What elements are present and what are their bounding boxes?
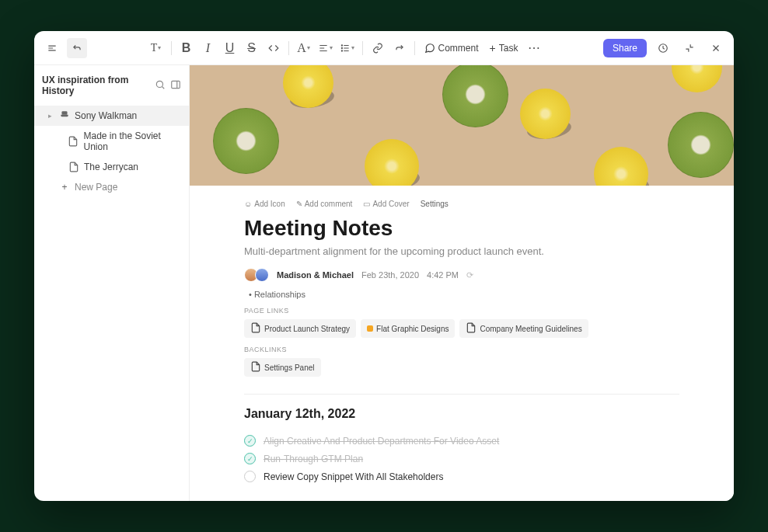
svg-point-10: [341, 47, 342, 48]
doc-time: 4:42 PM: [427, 270, 459, 280]
app-window: T▾ B I U S A▾ ▾ ▾ Comment +Task ⋯ Share: [34, 31, 734, 501]
page-links-chips: Product Launch StrategyFlat Graphic Desi…: [244, 319, 679, 338]
sidebar-item-label: Sony Walkman: [75, 110, 137, 121]
link-chip[interactable]: Product Launch Strategy: [244, 319, 356, 338]
menu-icon[interactable]: [42, 38, 62, 58]
task-item[interactable]: ✓Run-Through GTM Plan: [244, 450, 679, 468]
backlinks-chips: Settings Panel: [244, 358, 679, 377]
search-icon[interactable]: [155, 79, 166, 92]
comment-button[interactable]: Comment: [420, 40, 483, 57]
panel-icon[interactable]: [170, 79, 181, 92]
back-icon[interactable]: [67, 38, 87, 58]
list-button[interactable]: ▾: [337, 38, 358, 58]
sidebar-title: UX inspiration from History: [42, 75, 155, 96]
link-chip[interactable]: Company Meeting Guidelines: [459, 319, 588, 338]
color-swatch-icon: [367, 325, 373, 332]
task-item[interactable]: Review Copy Snippet With All Stakeholder…: [244, 468, 679, 485]
relationships-row[interactable]: • Relationships: [244, 290, 679, 299]
sidebar: UX inspiration from History ▸Sony Walkma…: [34, 65, 190, 501]
page-icon: [59, 110, 70, 121]
backlinks-label: BACKLINKS: [244, 346, 679, 353]
svg-rect-19: [62, 111, 68, 115]
add-icon-button[interactable]: ☺ Add Icon: [244, 200, 285, 208]
sidebar-item[interactable]: ▸Sony Walkman: [34, 106, 189, 126]
task-text: Run-Through GTM Plan: [264, 454, 363, 464]
text-color-button[interactable]: A▾: [294, 38, 314, 58]
page-links-label: PAGE LINKS: [244, 307, 679, 315]
close-icon[interactable]: [706, 38, 726, 58]
page-title[interactable]: Meeting Notes: [244, 216, 679, 241]
sidebar-header: UX inspiration from History: [34, 65, 189, 106]
task-button[interactable]: +Task: [485, 39, 523, 57]
chip-label: Product Launch Strategy: [264, 325, 350, 333]
toolbar: T▾ B I U S A▾ ▾ ▾ Comment +Task ⋯ Share: [34, 31, 734, 65]
more-icon[interactable]: ⋯: [524, 38, 544, 58]
doc-date: Feb 23th, 2020: [361, 270, 419, 280]
task-checkbox[interactable]: [244, 471, 256, 482]
task-text: Align Creative And Product Departments F…: [264, 436, 499, 447]
author-names: Madison & Michael: [277, 270, 354, 280]
section-heading[interactable]: January 12th, 2022: [244, 407, 679, 421]
page-icon: [68, 136, 79, 147]
chip-label: Flat Graphic Designs: [376, 325, 449, 333]
share-button[interactable]: Share: [603, 39, 647, 57]
doc-icon: [466, 322, 477, 335]
align-button[interactable]: ▾: [316, 38, 336, 58]
svg-point-15: [156, 81, 162, 87]
cover-image: [190, 65, 734, 186]
author-row: Madison & Michael Feb 23th, 2020 4:42 PM…: [244, 268, 679, 282]
author-avatars: [244, 268, 269, 282]
svg-rect-17: [172, 81, 180, 88]
task-text: Review Copy Snippet With All Stakeholder…: [264, 471, 443, 482]
sidebar-item-label: The Jerrycan: [84, 162, 138, 172]
sidebar-item-label: Made in the Soviet Union: [83, 130, 181, 152]
history-icon[interactable]: [653, 38, 673, 58]
redo-icon[interactable]: [389, 38, 410, 58]
main-content: ☺ Add Icon ✎ Add comment ▭ Add Cover Set…: [190, 65, 734, 501]
task-item[interactable]: ✓Align Creative And Product Departments …: [244, 432, 679, 450]
underline-button[interactable]: U: [220, 38, 240, 58]
meta-actions: ☺ Add Icon ✎ Add comment ▭ Add Cover Set…: [244, 200, 679, 208]
settings-link[interactable]: Settings: [421, 200, 449, 208]
link-chip[interactable]: Settings Panel: [244, 358, 321, 377]
sync-icon: ⟳: [466, 270, 473, 280]
divider: [244, 394, 679, 395]
chip-label: Settings Panel: [264, 363, 315, 372]
svg-point-9: [341, 44, 342, 45]
task-checkbox[interactable]: ✓: [244, 453, 256, 464]
italic-button[interactable]: I: [198, 38, 218, 58]
page-icon: [68, 162, 79, 172]
collapse-icon[interactable]: [679, 38, 700, 58]
page-subtitle[interactable]: Multi-department alignment for the upcom…: [244, 245, 679, 257]
strikethrough-button[interactable]: S: [242, 38, 262, 58]
chip-label: Company Meeting Guidelines: [480, 325, 581, 333]
doc-icon: [250, 361, 261, 374]
link-button[interactable]: [368, 38, 388, 58]
text-style-button[interactable]: T▾: [146, 38, 166, 58]
add-cover-button[interactable]: ▭ Add Cover: [363, 200, 409, 208]
svg-line-16: [162, 86, 164, 89]
task-checkbox[interactable]: ✓: [244, 435, 256, 447]
code-button[interactable]: [264, 38, 284, 58]
new-page-button[interactable]: + New Page: [34, 177, 189, 197]
add-comment-button[interactable]: ✎ Add comment: [296, 200, 353, 208]
svg-point-11: [341, 50, 342, 50]
avatar: [255, 268, 269, 282]
bold-button[interactable]: B: [176, 38, 197, 58]
sidebar-item[interactable]: Made in the Soviet Union: [34, 126, 189, 157]
sidebar-item[interactable]: The Jerrycan: [34, 157, 189, 177]
link-chip[interactable]: Flat Graphic Designs: [361, 319, 455, 338]
doc-icon: [250, 322, 261, 335]
